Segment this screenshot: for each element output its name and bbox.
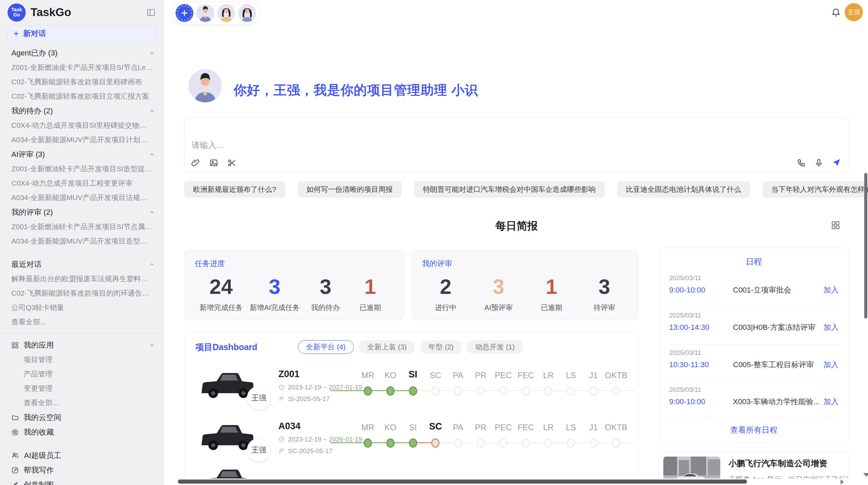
- recent-chat-view-all[interactable]: 查看全部...: [0, 315, 163, 329]
- sidebar-item-help-me-write[interactable]: 帮我写作: [0, 463, 163, 477]
- agent-avatar-1[interactable]: [196, 4, 214, 22]
- scissors-icon[interactable]: [227, 158, 237, 167]
- app-item-product-mgmt[interactable]: 产品管理: [0, 367, 163, 381]
- sidebar-item[interactable]: A034-全新新能源MUV产品开发项目法规符合性评审: [0, 190, 163, 205]
- user-avatar[interactable]: 王强: [845, 3, 863, 21]
- milestone-dot: [522, 386, 530, 396]
- schedule-meeting-title: X003-车辆动力学性能验...: [733, 397, 820, 407]
- schedule-date: 2025/03/11: [669, 274, 839, 282]
- milestone-label: PEC: [492, 371, 515, 380]
- taskgo-logo: Task Go: [8, 3, 26, 22]
- sidebar: Task Go TaskGo 新对话 Agent已办 (3) Z001-全新燃油…: [0, 0, 164, 485]
- suggestion-chip[interactable]: 当下年轻人对汽车外观有怎样的喜好趋势: [762, 181, 868, 198]
- suggestion-chip[interactable]: 比亚迪全固态电池计划具体说了什么: [617, 181, 750, 198]
- milestone-dot: [544, 438, 553, 448]
- add-agent-button[interactable]: [176, 4, 193, 22]
- sidebar-item[interactable]: Z001-全新燃油皮卡产品开发项目SI节点Lesson Learn报告: [0, 60, 163, 75]
- join-link[interactable]: 加入: [823, 285, 839, 295]
- recent-chat-item[interactable]: 公司Q3轻卡销量: [0, 300, 163, 315]
- vertical-scrollbar-thumb[interactable]: [864, 173, 867, 319]
- recent-chat-item[interactable]: C02-飞腾新能源轻客改款项目的闭环通告反馈情况: [0, 286, 163, 300]
- app-item-view-all[interactable]: 查看全部...: [0, 396, 163, 410]
- new-chat-button[interactable]: 新对话: [7, 25, 156, 41]
- microphone-icon[interactable]: [814, 158, 823, 167]
- chat-input-box[interactable]: 请输入...: [184, 117, 849, 173]
- milestone: FEC: [515, 368, 537, 403]
- horizontal-scrollbar-thumb[interactable]: [178, 480, 747, 484]
- sidebar-item-creative-drawing[interactable]: 创意制图: [0, 477, 163, 485]
- milestone-dot: [386, 386, 395, 396]
- attachment-icon[interactable]: [191, 158, 200, 167]
- feather-pen-icon: [11, 481, 19, 485]
- suggestion-chip[interactable]: 如何写一份清晰的项目周报: [298, 181, 402, 198]
- app-item-project-mgmt[interactable]: 项目管理: [0, 352, 163, 367]
- milestone-dot: [567, 386, 575, 396]
- chevron-up-icon: [149, 261, 155, 268]
- schedule-entry: 2025/03/11 9:00-10:00 X003-车辆动力学性能验... 加…: [668, 382, 840, 419]
- scroll-right-arrow-icon[interactable]: [841, 480, 844, 484]
- phone-call-icon[interactable]: [797, 158, 806, 167]
- schedule-card: 日程 2025/03/11 9:00-10:00 C001-立项审批会 加入 2…: [659, 248, 849, 443]
- milestone-label: OKTB: [605, 423, 627, 432]
- send-icon[interactable]: [832, 158, 841, 167]
- sidebar-item[interactable]: A034-全新新能源MUV产品开发项目计划变更表编写: [0, 133, 163, 147]
- schedule-entry: 2025/03/11 10:30-11:30 C005-整车工程目标评审 加入: [668, 345, 840, 382]
- layout-grid-icon[interactable]: [831, 221, 840, 230]
- milestone-dot: [409, 386, 417, 396]
- sidebar-header: Task Go TaskGo: [0, 0, 163, 25]
- sidebar-item[interactable]: C0X4-动力总成开发项目SI里程碑提交物检查: [0, 118, 163, 133]
- scroll-down-arrow-icon[interactable]: [863, 473, 868, 477]
- view-all-schedule-link[interactable]: 查看所有日程: [668, 419, 840, 437]
- milestone-dot: [431, 386, 439, 396]
- project-row[interactable]: 王强 A034 2023-12-19 ~ 2026-01-19 SC-2025-…: [184, 411, 638, 463]
- stat-overdue: 1 已逾期: [533, 276, 570, 312]
- chat-input-placeholder: 请输入...: [192, 140, 223, 151]
- app-item-change-mgmt[interactable]: 变更管理: [0, 381, 163, 396]
- join-link[interactable]: 加入: [823, 360, 839, 370]
- section-recent-chats[interactable]: 最近对话: [0, 257, 163, 272]
- join-link[interactable]: 加入: [823, 322, 839, 333]
- sidebar-item[interactable]: A034-全新新能源MUV产品开发项目造型可行性评审: [0, 234, 163, 248]
- sidebar-collapse-icon[interactable]: [146, 8, 156, 17]
- milestone: OKTB: [605, 420, 627, 455]
- project-row[interactable]: 王强 Z001 2023-12-19 ~ 2027-01-19 SI-2025-…: [184, 359, 638, 411]
- section-my-todo[interactable]: 我的待办 (2): [0, 103, 163, 118]
- milestone-line: [330, 390, 368, 391]
- agent-avatar-2[interactable]: [217, 4, 235, 22]
- horizontal-scrollbar-track[interactable]: [164, 478, 868, 485]
- sidebar-item[interactable]: C02-飞腾新能源轻客改款项目里程碑画布: [0, 75, 163, 89]
- cloud-folder-icon: [11, 414, 19, 421]
- suggestion-chip[interactable]: 欧洲新规最近颁布了什么?: [184, 181, 285, 198]
- agent-avatar-3[interactable]: [238, 4, 256, 22]
- milestone: LR: [537, 368, 560, 403]
- tab-year-model[interactable]: 年型 (2): [420, 340, 462, 354]
- tab-new-body[interactable]: 全新上装 (3): [359, 340, 415, 354]
- milestone-dot: [589, 438, 598, 448]
- tab-new-platform[interactable]: 全新平台 (4): [298, 340, 354, 354]
- section-title: 我的评审 (2): [11, 207, 53, 217]
- sidebar-item-cloud-space[interactable]: 我的云空间: [0, 410, 163, 425]
- stat-new-completed: 24 新增完成任务: [200, 276, 243, 312]
- milestone-label: PEC: [492, 423, 515, 432]
- sidebar-item-favorites[interactable]: 我的收藏: [0, 425, 163, 439]
- section-my-review[interactable]: 我的评审 (2): [0, 205, 163, 220]
- milestone-label: OKTB: [605, 371, 627, 380]
- milestone: PA: [447, 368, 469, 403]
- notification-bell-icon[interactable]: [831, 8, 841, 17]
- sidebar-item[interactable]: Z001-全新燃油轻卡产品开发项目SI造型提交物评审: [0, 162, 163, 176]
- section-agent-done[interactable]: Agent已办 (3): [0, 46, 163, 60]
- join-link[interactable]: 加入: [823, 397, 839, 407]
- sidebar-item[interactable]: Z001-全新燃油轻卡产品开发项目SI节点属性5D文件评审: [0, 220, 163, 234]
- recent-chat-item[interactable]: 解释最新出台的欧盟报废车法规再生塑料比例被调至15%...: [0, 272, 163, 286]
- milestone: PA: [447, 420, 469, 455]
- sidebar-item-ai-super-staff[interactable]: AI超级员工: [0, 448, 163, 463]
- milestone: LR: [537, 420, 560, 455]
- sidebar-item[interactable]: C02-飞腾新能源轻客改款项目立项汇报方案: [0, 89, 163, 103]
- image-icon[interactable]: [209, 158, 218, 167]
- tab-powertrain[interactable]: 动总开发 (1): [467, 340, 523, 354]
- sidebar-item[interactable]: C0X4-动力总成开发项目工程变更评审: [0, 176, 163, 190]
- sidebar-item-my-apps[interactable]: 我的应用: [0, 338, 163, 352]
- suggestion-chip[interactable]: 特朗普可能对进口汽车增税会对中国车企造成哪些影响: [414, 181, 605, 198]
- section-ai-review[interactable]: AI评审 (3): [0, 147, 163, 162]
- stat-in-progress: 2 进行中: [427, 276, 465, 312]
